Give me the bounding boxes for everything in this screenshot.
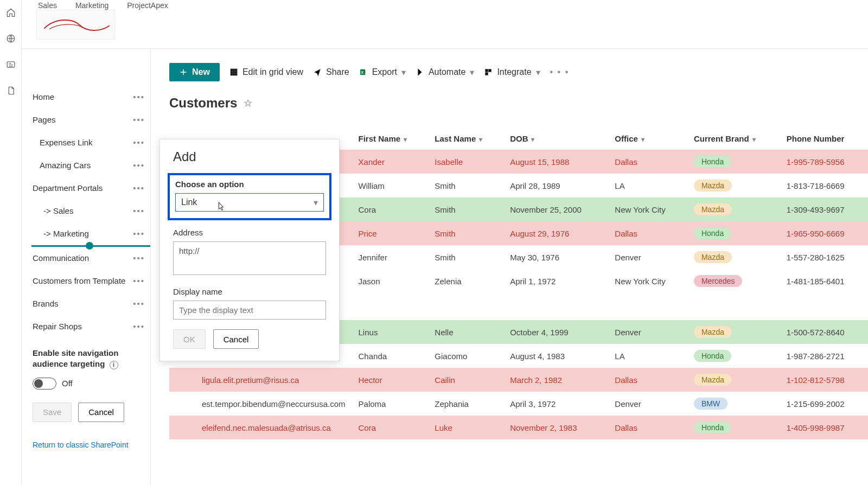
- dialog-cancel-button[interactable]: Cancel: [213, 329, 259, 349]
- nav-item-actions-icon[interactable]: •••: [133, 86, 145, 109]
- nav-item[interactable]: Pages•••: [22, 109, 150, 131]
- audience-targeting-label: Enable site navigation audience targetin…: [33, 348, 139, 370]
- globe-icon[interactable]: [6, 34, 16, 46]
- brand-cell: Mazda: [687, 174, 780, 197]
- nav-save-button: Save: [33, 403, 72, 422]
- dob-cell: August 4, 1983: [503, 344, 608, 368]
- nav-item-actions-icon[interactable]: •••: [133, 247, 145, 270]
- nav-item-actions-icon[interactable]: •••: [133, 315, 145, 338]
- audience-toggle[interactable]: Off: [33, 378, 139, 390]
- brand-pill: Honda: [694, 227, 731, 239]
- site-logo: [36, 10, 115, 40]
- site-header: Sales Marketing ProjectApex: [22, 0, 868, 49]
- nav-item[interactable]: -> Marketing•••: [22, 222, 150, 245]
- nav-item-actions-icon[interactable]: •••: [133, 222, 145, 245]
- phone-cell: 1-813-718-6669: [780, 174, 868, 197]
- chevron-down-icon: ▾: [314, 197, 318, 208]
- last-name-cell: Smith: [428, 174, 503, 197]
- table-row[interactable]: est.tempor.bibendum@neccursusa.com Palom…: [169, 392, 868, 416]
- office-cell: LA: [608, 344, 687, 368]
- favorite-star-icon[interactable]: ☆: [244, 97, 252, 109]
- phone-cell: 1-500-572-8640: [780, 320, 868, 344]
- email-cell: eleifend.nec.malesuada@atrisus.ca: [169, 416, 352, 439]
- last-name-cell: Nelle: [428, 320, 503, 344]
- nav-item[interactable]: Repair Shops•••: [22, 315, 150, 338]
- return-classic-link[interactable]: Return to classic SharePoint: [22, 435, 150, 455]
- nav-item[interactable]: -> Sales•••: [22, 200, 150, 222]
- dob-cell: November 25, 2000: [503, 197, 608, 221]
- nav-item[interactable]: Home•••: [22, 86, 150, 109]
- nav-item-actions-icon[interactable]: •••: [133, 154, 145, 177]
- col-first-name[interactable]: First Name▾: [352, 127, 429, 150]
- svg-text:X: X: [361, 70, 363, 75]
- col-office[interactable]: Office▾: [608, 127, 687, 150]
- nav-cancel-button[interactable]: Cancel: [78, 403, 124, 422]
- svg-rect-5: [486, 69, 488, 72]
- first-name-cell: William: [352, 174, 429, 197]
- nav-item-actions-icon[interactable]: •••: [133, 131, 145, 154]
- brand-pill: Honda: [694, 422, 731, 433]
- phone-cell: 1-405-998-9987: [780, 416, 868, 439]
- nav-item[interactable]: Customers from Template•••: [22, 270, 150, 292]
- brand-cell: Mazda: [687, 197, 780, 221]
- nav-item[interactable]: Amazing Cars•••: [22, 154, 150, 177]
- last-name-cell: Luke: [428, 416, 503, 439]
- export-button[interactable]: X Export ▾: [359, 67, 406, 78]
- home-icon[interactable]: [6, 8, 16, 20]
- last-name-cell: Cailin: [428, 368, 503, 392]
- tab-marketing[interactable]: Marketing: [75, 0, 108, 10]
- svg-rect-6: [489, 69, 492, 72]
- office-cell: Dallas: [608, 221, 687, 245]
- nav-item-actions-icon[interactable]: •••: [133, 109, 145, 131]
- email-cell: est.tempor.bibendum@neccursusa.com: [169, 392, 352, 416]
- nav-item-actions-icon[interactable]: •••: [133, 270, 145, 292]
- display-name-input[interactable]: [173, 301, 326, 320]
- office-cell: New York City: [608, 269, 687, 293]
- first-name-cell: Jason: [352, 269, 429, 293]
- integrate-button[interactable]: Integrate ▾: [484, 67, 540, 78]
- nav-item-actions-icon[interactable]: •••: [133, 292, 145, 315]
- nav-item-actions-icon[interactable]: •••: [133, 177, 145, 200]
- table-row[interactable]: ligula.elit.pretium@risus.ca Hector Cail…: [169, 368, 868, 392]
- chevron-down-icon: ▾: [479, 136, 482, 143]
- brand-cell: BMW: [687, 392, 780, 416]
- email-cell: ligula.elit.pretium@risus.ca: [169, 368, 352, 392]
- address-label: Address: [173, 228, 326, 237]
- first-name-cell: Cora: [352, 197, 429, 221]
- office-cell: Dallas: [608, 150, 687, 174]
- col-dob[interactable]: DOB▾: [503, 127, 608, 150]
- nav-item-actions-icon[interactable]: •••: [133, 200, 145, 222]
- table-row[interactable]: eleifend.nec.malesuada@atrisus.ca Cora L…: [169, 416, 868, 439]
- nav-item[interactable]: Brands•••: [22, 292, 150, 315]
- address-input[interactable]: http://: [173, 241, 326, 275]
- col-current-brand[interactable]: Current Brand▾: [687, 127, 780, 150]
- phone-cell: 1-215-699-2002: [780, 392, 868, 416]
- phone-cell: 1-987-286-2721: [780, 344, 868, 368]
- file-icon[interactable]: [6, 86, 16, 98]
- info-icon[interactable]: i: [110, 361, 118, 369]
- last-name-cell: Isabelle: [428, 150, 503, 174]
- nav-item[interactable]: Expenses Link•••: [22, 131, 150, 154]
- share-button[interactable]: Share: [313, 67, 349, 77]
- news-icon[interactable]: [6, 60, 16, 72]
- col-last-name[interactable]: Last Name▾: [428, 127, 503, 150]
- phone-cell: 1-995-789-5956: [780, 150, 868, 174]
- dob-cell: August 15, 1988: [503, 150, 608, 174]
- automate-button[interactable]: Automate ▾: [416, 67, 474, 78]
- phone-cell: 1-309-493-9697: [780, 197, 868, 221]
- dob-cell: April 3, 1972: [503, 392, 608, 416]
- brand-pill: Mazda: [694, 374, 732, 386]
- choose-option-select[interactable]: Link ▾: [175, 193, 324, 212]
- dialog-ok-button: OK: [173, 329, 206, 349]
- col-phone[interactable]: Phone Number: [780, 127, 868, 150]
- brand-pill: Mazda: [694, 326, 732, 338]
- overflow-button[interactable]: • • •: [550, 67, 570, 77]
- new-button[interactable]: New: [169, 63, 220, 81]
- nav-item[interactable]: Department Portals•••: [22, 177, 150, 200]
- nav-item[interactable]: Communication•••: [22, 247, 150, 270]
- brand-cell: Honda: [687, 150, 780, 174]
- tab-projectapex[interactable]: ProjectApex: [127, 0, 168, 10]
- tab-sales[interactable]: Sales: [38, 0, 57, 10]
- edit-grid-button[interactable]: Edit in grid view: [229, 67, 303, 77]
- choose-option-field: Choose an option Link ▾: [168, 173, 331, 220]
